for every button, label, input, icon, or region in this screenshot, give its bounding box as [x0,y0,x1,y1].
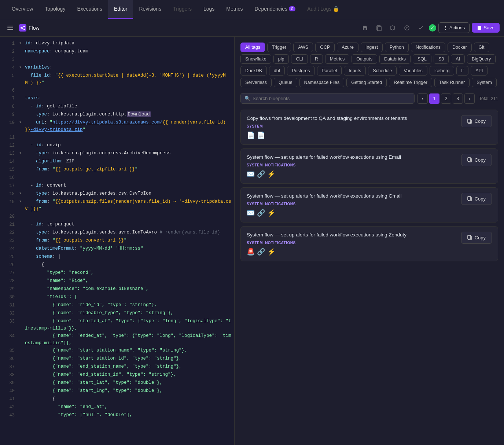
blueprint-card-4: System flow — set up alerts for failed w… [240,226,498,261]
tag-schedule[interactable]: Schedule [368,66,397,76]
code-line: 3 [0,56,234,64]
copy-button-1[interactable]: Copy [461,115,492,127]
menu-icon[interactable] [4,22,16,34]
tag-databricks[interactable]: Databricks [379,54,411,64]
code-line: 8 - id: get_zipfile [0,103,234,111]
code-line: 30 "fields": [ [0,293,234,301]
code-line: 35 {"name": "start_station_name", "type"… [0,347,234,355]
code-line: 31 {"name": "ride_id", "type": "string"}… [0,301,234,309]
actions-label: Actions [449,25,465,30]
code-editor[interactable]: 1 ▾ id: divvy_tripdata 2 namespace: comp… [0,37,234,445]
toolbar-icon-3[interactable] [387,22,399,34]
tag-snowflake[interactable]: Snowflake [240,54,271,64]
top-nav: Overview Topology Executions Editor Revi… [0,0,504,19]
card-tag-notifications: NOTIFICATIONS [265,202,296,206]
search-box[interactable]: 🔍 [240,93,415,104]
tag-docker[interactable]: Docker [448,43,472,52]
code-line: 38 {"name": "end_station_id", "type": "s… [0,371,234,379]
tag-ingest[interactable]: Ingest [361,43,383,52]
tag-realtime-trigger[interactable]: Realtime Trigger [389,78,432,87]
email-icon: ✉️ [247,170,255,178]
toolbar-icon-2[interactable] [373,22,385,34]
flow-network-icon: 🔗 [257,170,265,178]
tag-all-tags[interactable]: All tags [240,43,265,52]
toolbar-icon-5[interactable] [415,22,427,34]
save-button[interactable]: Save [472,23,500,33]
tag-aws[interactable]: AWS [293,43,313,52]
toolbar-icon-4[interactable] [401,22,413,34]
toolbar-icon-1[interactable] [359,22,371,34]
tag-queue[interactable]: Queue [274,78,297,87]
code-line: 28 "name": "Ride", [0,277,234,285]
tag-parallel[interactable]: Parallel [317,66,342,76]
code-line: 36 {"name": "start_station_id", "type": … [0,355,234,363]
tab-executions[interactable]: Executions [71,0,108,19]
page-2-button[interactable]: 2 [441,93,451,104]
tag-inputs[interactable]: Inputs [344,66,366,76]
search-input[interactable] [253,96,411,101]
tag-postgres[interactable]: Postgres [287,66,314,76]
tab-logs[interactable]: Logs [198,0,220,19]
svg-point-5 [23,29,25,30]
code-line: 13 ▾ type: io.kestra.plugin.compress.Arc… [0,150,234,158]
file-transfer-icon-1: 📄 [247,131,255,139]
page-1-button[interactable]: 1 [429,93,439,104]
tag-dbt[interactable]: dbt [269,66,285,76]
card-content: System flow — set up alerts for failed w… [247,232,457,256]
tag-task-runner[interactable]: Task Runner [434,78,470,87]
tag-trigger[interactable]: Trigger [267,43,291,52]
code-line: 26 { [0,261,234,269]
tag-if[interactable]: If [456,66,468,76]
tag-metrics[interactable]: Metrics [325,54,349,64]
tab-editor[interactable]: Editor [108,0,133,19]
copy-button-4[interactable]: Copy [461,232,492,244]
tag-duckdb[interactable]: DuckDB [240,66,267,76]
tag-gcp[interactable]: GCP [315,43,335,52]
tag-outputs[interactable]: Outputs [352,54,377,64]
tag-getting-started[interactable]: Getting Started [346,78,387,87]
tag-s3[interactable]: S3 [434,54,449,64]
next-page-button[interactable]: › [464,93,475,104]
tag-cli[interactable]: CLI [291,54,308,64]
copy-button-2[interactable]: Copy [461,154,492,166]
tab-audit-logs[interactable]: Audit Logs 🔒 [301,0,345,19]
tab-triggers[interactable]: Triggers [167,0,198,19]
card-icons: 📄 📄 [247,131,457,139]
tag-bigquery[interactable]: BigQuery [467,54,496,64]
code-line: 23 from: "{{ outputs.convert.uri }}" [0,237,234,245]
tag-r[interactable]: R [310,54,323,64]
tab-revisions[interactable]: Revisions [133,0,167,19]
code-line: 7 tasks: [0,95,234,103]
tag-namespace-files[interactable]: Namespace Files [299,78,345,87]
tag-sql[interactable]: SQL [413,54,431,64]
tag-api[interactable]: API [471,66,488,76]
svg-rect-15 [468,158,471,161]
tab-dependencies[interactable]: Dependencies 0 [249,0,301,19]
tag-system[interactable]: System [472,78,497,87]
tag-git[interactable]: Git [474,43,489,52]
page-3-button[interactable]: 3 [453,93,463,104]
tab-metrics[interactable]: Metrics [220,0,249,19]
tag-serverless[interactable]: Serverless [240,78,272,87]
tag-notifications[interactable]: Notifications [411,43,445,52]
flow-title: Flow [29,25,40,31]
card-content: System flow — set up alerts for failed w… [247,193,457,217]
tag-iceberg[interactable]: Iceberg [430,66,455,76]
tag-ai[interactable]: AI [451,54,465,64]
tab-overview[interactable]: Overview [6,0,39,19]
code-line: 24 datetimeFormat: "yyyy-MM-dd' 'HH:mm:s… [0,245,234,253]
code-line: 11 [0,133,234,141]
tag-azure[interactable]: Azure [337,43,358,52]
actions-button[interactable]: ⋮ Actions [438,22,470,33]
tag-pip[interactable]: pip [273,54,289,64]
code-line: 1 ▾ id: divvy_tripdata [0,40,234,48]
tab-topology[interactable]: Topology [39,0,71,19]
card-title: System flow — set up alerts for failed w… [247,193,457,200]
tag-python[interactable]: Python [385,43,409,52]
alert-icon-2: ⚡ [267,209,275,217]
code-line: 16 [0,174,234,182]
tag-variables[interactable]: Variables [399,66,427,76]
copy-button-3[interactable]: Copy [461,193,492,205]
card-tag-notifications: NOTIFICATIONS [265,241,296,245]
prev-page-button[interactable]: ‹ [417,93,428,104]
